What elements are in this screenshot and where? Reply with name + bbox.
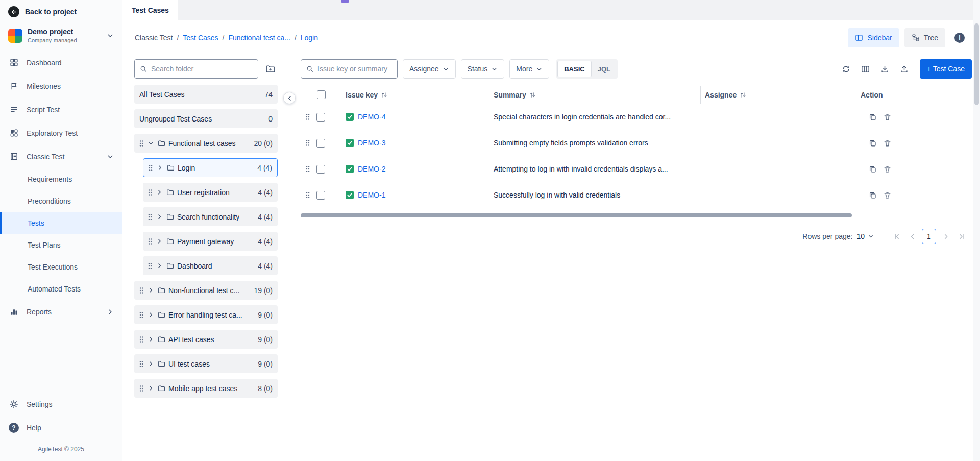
jql-mode-button[interactable]: JQL [592,65,617,73]
previous-page-button[interactable] [904,229,920,244]
drag-handle-icon[interactable] [148,213,152,221]
sidebar-subitem[interactable]: Test Executions [0,256,122,278]
drag-handle-icon[interactable] [139,287,143,294]
row-checkbox[interactable] [316,191,325,200]
folder-expand-chevron-icon[interactable] [156,164,164,171]
sidebar-item-settings[interactable]: Settings [0,393,122,416]
folder-row[interactable]: Search functionality 4 (4) [143,207,278,226]
folder-expand-chevron-icon[interactable] [146,140,155,147]
download-icon[interactable] [877,61,893,77]
rows-per-page-select[interactable]: 10 [856,232,874,240]
folder-expand-chevron-icon[interactable] [146,385,155,392]
tree-view-button[interactable]: Tree [904,28,945,47]
drag-handle-icon[interactable] [306,191,310,199]
sidebar-item-script-test[interactable]: Script Test [0,98,122,122]
issue-key-link[interactable]: DEMO-1 [358,191,385,199]
back-to-project-button[interactable]: Back to project [0,0,122,23]
sidebar-subitem[interactable]: Test Plans [0,234,122,256]
breadcrumb-link[interactable]: Test Cases [183,34,218,42]
folder-expand-chevron-icon[interactable] [146,336,155,343]
breadcrumb-link[interactable]: Login [301,34,318,42]
sidebar-view-button[interactable]: Sidebar [848,28,899,47]
sidebar-subitem[interactable]: Preconditions [0,190,122,212]
new-test-case-button[interactable]: + Test Case [920,59,972,79]
delete-icon[interactable] [884,113,891,121]
copy-icon[interactable] [869,113,876,121]
sidebar-item-help[interactable]: ? Help [0,416,122,440]
folder-expand-chevron-icon[interactable] [146,311,155,318]
assignee-filter-dropdown[interactable]: Assignee [403,59,456,79]
more-filter-dropdown[interactable]: More [509,59,549,79]
folder-row[interactable]: Payment gateway 4 (4) [143,232,278,251]
folder-expand-chevron-icon[interactable] [155,189,163,196]
folder-row[interactable]: API test cases 9 (0) [134,330,278,349]
delete-icon[interactable] [884,139,891,147]
folder-row[interactable]: Login 4 (4) [143,158,278,177]
delete-icon[interactable] [884,165,891,173]
issue-key-link[interactable]: DEMO-3 [358,139,385,147]
first-page-button[interactable] [889,229,904,244]
folder-row[interactable]: UI test cases 9 (0) [134,354,278,373]
select-all-checkbox[interactable] [317,90,326,99]
sort-icon[interactable] [740,92,746,98]
drag-handle-icon[interactable] [148,262,152,270]
drag-handle-icon[interactable] [139,311,143,319]
columns-icon[interactable] [857,61,874,77]
vertical-scrollbar[interactable] [973,0,980,461]
issue-search-input[interactable] [317,65,392,73]
folder-row[interactable]: Functional test cases 20 (0) [134,134,278,153]
folder-expand-chevron-icon[interactable] [155,262,163,269]
issue-key-link[interactable]: DEMO-4 [358,113,385,121]
info-icon[interactable]: i [954,33,965,43]
folder-expand-chevron-icon[interactable] [146,287,155,294]
folder-row[interactable]: Dashboard 4 (4) [143,256,278,275]
issue-key-link[interactable]: DEMO-2 [358,165,385,173]
drag-handle-icon[interactable] [139,140,143,147]
sidebar-subitem[interactable]: Automated Tests [0,278,122,300]
status-filter-dropdown[interactable]: Status [461,59,505,79]
sidebar-item-milestones[interactable]: Milestones [0,75,122,98]
delete-icon[interactable] [884,191,891,199]
drag-handle-icon[interactable] [139,336,143,343]
drag-handle-icon[interactable] [306,165,310,173]
row-checkbox[interactable] [316,139,325,148]
current-page-button[interactable]: 1 [922,229,936,244]
drag-handle-icon[interactable] [149,164,153,172]
row-checkbox[interactable] [316,165,325,174]
sort-icon[interactable] [381,92,387,98]
sidebar-item-classic-test[interactable]: Classic Test [0,145,122,168]
drag-handle-icon[interactable] [139,385,143,392]
drag-handle-icon[interactable] [139,360,143,368]
sort-icon[interactable] [530,92,535,98]
sidebar-item-dashboard[interactable]: Dashboard [0,51,122,75]
folder-row[interactable]: Non-functional test c... 19 (0) [134,281,278,300]
drag-handle-icon[interactable] [306,113,310,120]
folder-row[interactable]: User registration 4 (4) [143,183,278,202]
folder-expand-chevron-icon[interactable] [155,238,163,245]
sidebar-subitem[interactable]: Tests [0,212,122,234]
collapse-panel-button[interactable] [283,92,296,104]
sidebar-subitem[interactable]: Requirements [0,168,122,190]
all-test-cases-row[interactable]: All Test Cases 74 [134,85,278,104]
folder-search-input[interactable] [151,65,253,73]
refresh-icon[interactable] [838,61,854,77]
back-arrow-icon[interactable] [8,6,19,17]
folder-expand-chevron-icon[interactable] [155,213,163,220]
copy-icon[interactable] [869,191,876,199]
project-switcher[interactable]: Demo project Company-managed [0,23,122,51]
copy-icon[interactable] [869,165,876,173]
sidebar-item-reports[interactable]: Reports [0,300,122,324]
add-folder-icon[interactable] [263,62,278,76]
folder-expand-chevron-icon[interactable] [146,360,155,367]
horizontal-scrollbar[interactable] [301,213,852,217]
tab-test-cases[interactable]: Test Cases [122,0,178,20]
next-page-button[interactable] [938,229,953,244]
sidebar-item-exploratory-test[interactable]: Exploratory Test [0,122,122,145]
folder-row[interactable]: Error handling test ca... 9 (0) [134,305,278,324]
last-page-button[interactable] [953,229,969,244]
breadcrumb-link[interactable]: Functional test ca... [228,34,290,42]
ungrouped-test-cases-row[interactable]: Ungrouped Test Cases 0 [134,109,278,128]
upload-icon[interactable] [896,61,913,77]
drag-handle-icon[interactable] [148,238,152,245]
copy-icon[interactable] [869,139,876,147]
